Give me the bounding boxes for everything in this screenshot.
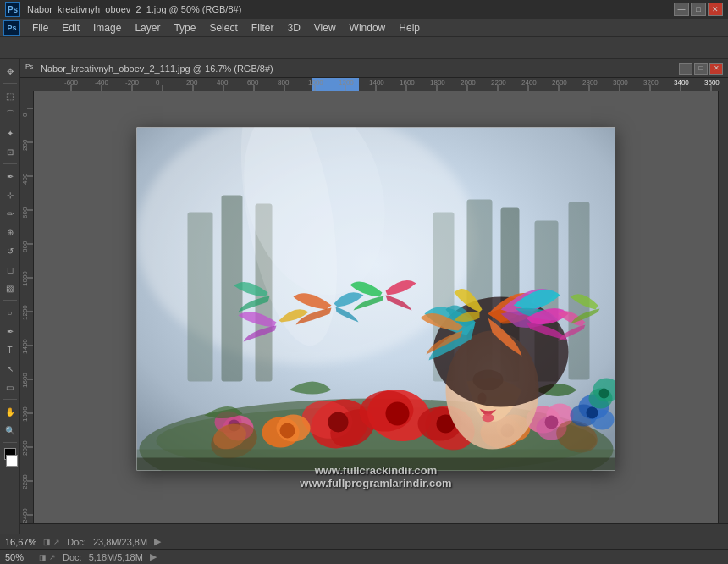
doc-value-top: 23,8M/23,8M <box>93 537 147 547</box>
outer-window: Ps Nabor_kreativnyh_oboev_2_1.jpg @ 50% … <box>0 0 728 564</box>
main-area: ✥ ⬚ ⌒ ✦ ⊡ ✒ ⊹ ✏ ⊕ ↺ ◻ ▨ ○ ✒ T ↖ ▭ ✋ 🔍 <box>0 59 728 534</box>
marquee-tool[interactable]: ⬚ <box>2 87 19 104</box>
tool-separator-3 <box>3 300 17 301</box>
tool-separator-2 <box>3 163 17 164</box>
left-toolbar: ✥ ⬚ ⌒ ✦ ⊡ ✒ ⊹ ✏ ⊕ ↺ ◻ ▨ ○ ✒ T ↖ ▭ ✋ 🔍 <box>0 59 20 534</box>
canvas-content-row: www.fullcrackindir.com www.fullprogramla… <box>20 91 728 523</box>
outer-title-bar: Ps Nabor_kreativnyh_oboev_2_1.jpg @ 50% … <box>0 0 728 19</box>
doc-value-bottom: 5,18M/5,18M <box>89 552 143 562</box>
status-zoom-bottom: 50% <box>5 552 32 562</box>
svg-point-26 <box>280 423 295 438</box>
bottom-bars: 16,67% ◨ ↗ Doc: 23,8M/23,8M ▶ 50% ◨ ↗ Do… <box>0 534 728 564</box>
eraser-tool[interactable]: ◻ <box>2 261 19 278</box>
text-tool[interactable]: T <box>2 341 19 358</box>
tool-separator-1 <box>3 83 17 84</box>
outer-title-text: Nabor_kreativnyh_oboev_2_1.jpg @ 50% (RG… <box>27 4 241 14</box>
menu-select[interactable]: Select <box>202 20 244 36</box>
lasso-tool[interactable]: ⌒ <box>2 106 19 123</box>
options-bar <box>0 37 728 59</box>
svg-point-17 <box>328 412 349 432</box>
svg-rect-9 <box>569 202 590 379</box>
outer-minimize-button[interactable]: — <box>674 3 689 16</box>
inner-restore-button[interactable]: □ <box>694 63 708 75</box>
crop-tool[interactable]: ⊡ <box>2 143 19 160</box>
ps-logo-menu: Ps <box>3 20 20 36</box>
svg-rect-2 <box>188 212 213 381</box>
brush-tool[interactable]: ✏ <box>2 205 19 222</box>
ruler-vertical <box>20 91 34 523</box>
svg-point-51 <box>599 388 609 398</box>
vertical-scrollbar[interactable] <box>718 91 728 523</box>
menu-bar: Ps File Edit Image Layer Type Select Fil… <box>0 19 728 37</box>
canvas-viewport[interactable]: www.fullcrackindir.com www.fullprogramla… <box>34 91 718 523</box>
horizontal-scrollbar[interactable] <box>20 523 728 534</box>
tool-separator-4 <box>3 399 17 400</box>
ruler-horizontal <box>20 78 728 91</box>
doc-label-bottom: Doc: <box>63 552 82 562</box>
status-zoom-top: 16,67% <box>5 537 36 547</box>
history-brush-tool[interactable]: ↺ <box>2 242 19 259</box>
menu-help[interactable]: Help <box>392 20 427 36</box>
inner-title-bar: Ps Nabor_kreativnyh_oboev_2_111.jpg @ 16… <box>20 59 728 78</box>
menu-view[interactable]: View <box>307 20 343 36</box>
nav-icon-4[interactable]: ↗ <box>49 553 56 561</box>
menu-layer[interactable]: Layer <box>128 20 167 36</box>
shape-tool[interactable]: ▭ <box>2 379 19 395</box>
background-color[interactable] <box>6 455 18 467</box>
hand-tool[interactable]: ✋ <box>2 403 19 420</box>
move-tool[interactable]: ✥ <box>2 63 19 80</box>
ruler-h-canvas <box>20 78 728 91</box>
inner-minimize-button[interactable]: — <box>679 63 692 75</box>
status-arrow-bottom[interactable]: ▶ <box>150 551 157 562</box>
menu-filter[interactable]: Filter <box>245 20 281 36</box>
inner-close-button[interactable]: ✕ <box>709 63 723 75</box>
inner-win-controls: — □ ✕ <box>679 63 723 75</box>
svg-point-48 <box>587 406 598 418</box>
image-canvas <box>137 127 615 470</box>
nav-icon-2[interactable]: ↗ <box>53 538 60 546</box>
svg-point-33 <box>545 415 559 429</box>
zoom-tool[interactable]: 🔍 <box>2 422 19 439</box>
doc-label-top: Doc: <box>67 537 86 547</box>
menu-type[interactable]: Type <box>167 20 202 36</box>
eyedropper-tool[interactable]: ✒ <box>2 168 19 185</box>
svg-rect-53 <box>137 457 615 470</box>
menu-image[interactable]: Image <box>86 20 128 36</box>
inner-window: Ps Nabor_kreativnyh_oboev_2_111.jpg @ 16… <box>20 59 728 534</box>
outer-close-button[interactable]: ✕ <box>708 3 723 16</box>
menu-file[interactable]: File <box>25 20 55 36</box>
canvas-area: Ps Nabor_kreativnyh_oboev_2_111.jpg @ 16… <box>20 59 728 534</box>
tool-separator-5 <box>3 442 17 443</box>
clone-stamp-tool[interactable]: ⊕ <box>2 224 19 241</box>
patch-tool[interactable]: ⊹ <box>2 186 19 203</box>
svg-point-41 <box>483 413 494 422</box>
path-selection-tool[interactable]: ↖ <box>2 360 19 377</box>
outer-win-controls: — □ ✕ <box>674 3 723 16</box>
menu-edit[interactable]: Edit <box>55 20 86 36</box>
status-row-top: 16,67% ◨ ↗ Doc: 23,8M/23,8M ▶ <box>0 534 728 549</box>
menu-window[interactable]: Window <box>343 20 393 36</box>
nav-icon-3[interactable]: ◨ <box>39 553 47 561</box>
outer-maximize-button[interactable]: □ <box>691 3 706 16</box>
fantasy-image <box>137 127 615 470</box>
watermark-line2: www.fullprogramlarindir.com <box>207 477 545 489</box>
gradient-tool[interactable]: ▨ <box>2 279 19 296</box>
ps-logo-outer: Ps <box>5 2 20 17</box>
status-row-bottom: 50% ◨ ↗ Doc: 5,18M/5,18M ▶ <box>0 549 728 564</box>
nav-icons-bottom: ◨ ↗ <box>39 553 56 561</box>
dodge-tool[interactable]: ○ <box>2 304 19 321</box>
ps-logo-inner: Ps <box>25 63 37 75</box>
nav-icons-top: ◨ ↗ <box>43 538 60 546</box>
status-arrow-top[interactable]: ▶ <box>154 536 161 547</box>
inner-title-text: Nabor_kreativnyh_oboev_2_111.jpg @ 16.7%… <box>41 64 273 74</box>
menu-3d[interactable]: 3D <box>280 20 306 36</box>
pen-tool[interactable]: ✒ <box>2 323 19 340</box>
quick-select-tool[interactable]: ✦ <box>2 124 19 141</box>
nav-icon-1[interactable]: ◨ <box>43 538 51 546</box>
svg-point-20 <box>386 401 410 425</box>
ruler-v-canvas <box>20 91 34 523</box>
